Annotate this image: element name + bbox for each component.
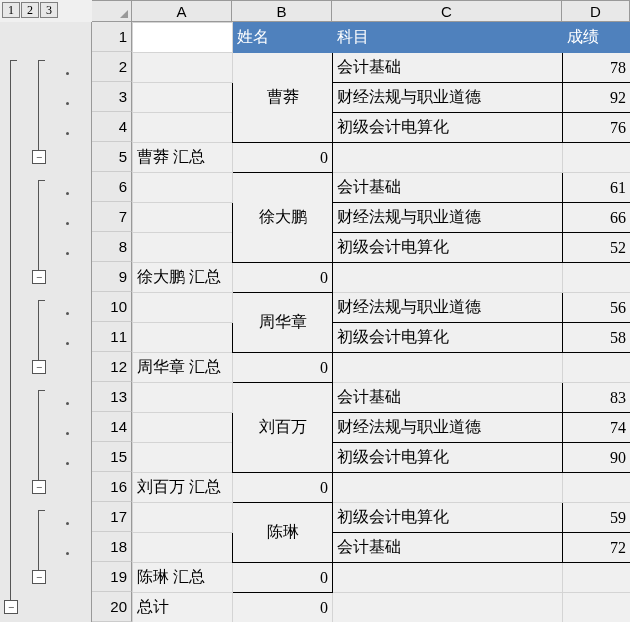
- subject-cell[interactable]: 财经法规与职业道德: [333, 293, 563, 323]
- row-header[interactable]: 11: [92, 322, 132, 352]
- row-header[interactable]: 19: [92, 562, 132, 592]
- subtotal-label[interactable]: 曹莽 汇总: [133, 143, 233, 173]
- subtotal-label[interactable]: 周华章 汇总: [133, 353, 233, 383]
- collapse-group-3[interactable]: −: [32, 360, 46, 374]
- cell[interactable]: [133, 173, 233, 203]
- row-header[interactable]: 5: [92, 142, 132, 172]
- subtotal-value[interactable]: 0: [233, 473, 333, 503]
- row-header[interactable]: 14: [92, 412, 132, 442]
- cell[interactable]: [133, 323, 233, 353]
- score-cell[interactable]: 56: [563, 293, 631, 323]
- subject-cell[interactable]: 初级会计电算化: [333, 503, 563, 533]
- cell[interactable]: [133, 83, 233, 113]
- col-header-a[interactable]: A: [132, 1, 232, 21]
- row-header[interactable]: 15: [92, 442, 132, 472]
- outline-level-1[interactable]: 1: [2, 2, 20, 18]
- subject-cell[interactable]: 会计基础: [333, 53, 563, 83]
- row-header[interactable]: 2: [92, 52, 132, 82]
- collapse-grand-total[interactable]: −: [4, 600, 18, 614]
- row-header[interactable]: 4: [92, 112, 132, 142]
- score-cell[interactable]: 52: [563, 233, 631, 263]
- subject-cell[interactable]: 初级会计电算化: [333, 443, 563, 473]
- header-name[interactable]: 姓名: [233, 23, 333, 53]
- score-cell[interactable]: 58: [563, 323, 631, 353]
- row-header[interactable]: 10: [92, 292, 132, 322]
- row-header[interactable]: 18: [92, 532, 132, 562]
- row-header[interactable]: 8: [92, 232, 132, 262]
- subtotal-label[interactable]: 徐大鹏 汇总: [133, 263, 233, 293]
- name-cell[interactable]: 徐大鹏: [233, 173, 333, 263]
- cell[interactable]: [563, 263, 631, 293]
- cell[interactable]: [133, 113, 233, 143]
- cell[interactable]: [133, 293, 233, 323]
- select-all-cell[interactable]: [92, 1, 132, 21]
- score-cell[interactable]: 66: [563, 203, 631, 233]
- row-header[interactable]: 12: [92, 352, 132, 382]
- cell[interactable]: [563, 473, 631, 503]
- score-cell[interactable]: 78: [563, 53, 631, 83]
- row-header[interactable]: 13: [92, 382, 132, 412]
- cell[interactable]: [563, 593, 631, 623]
- score-cell[interactable]: 72: [563, 533, 631, 563]
- subject-cell[interactable]: 初级会计电算化: [333, 233, 563, 263]
- subtotal-label[interactable]: 陈琳 汇总: [133, 563, 233, 593]
- grand-total-label[interactable]: 总计: [133, 593, 233, 623]
- cell[interactable]: [133, 443, 233, 473]
- score-cell[interactable]: 61: [563, 173, 631, 203]
- cell[interactable]: [133, 53, 233, 83]
- subtotal-value[interactable]: 0: [233, 143, 333, 173]
- score-cell[interactable]: 74: [563, 413, 631, 443]
- cell[interactable]: [133, 533, 233, 563]
- score-cell[interactable]: 90: [563, 443, 631, 473]
- cell[interactable]: [563, 353, 631, 383]
- subtotal-value[interactable]: 0: [233, 263, 333, 293]
- subject-cell[interactable]: 会计基础: [333, 533, 563, 563]
- cell[interactable]: [133, 413, 233, 443]
- name-cell[interactable]: 刘百万: [233, 383, 333, 473]
- name-cell[interactable]: 陈琳: [233, 503, 333, 563]
- cell[interactable]: [333, 353, 563, 383]
- subject-cell[interactable]: 财经法规与职业道德: [333, 83, 563, 113]
- cell[interactable]: [563, 563, 631, 593]
- collapse-group-1[interactable]: −: [32, 150, 46, 164]
- subject-cell[interactable]: 初级会计电算化: [333, 113, 563, 143]
- score-cell[interactable]: 76: [563, 113, 631, 143]
- subject-cell[interactable]: 会计基础: [333, 383, 563, 413]
- row-header[interactable]: 6: [92, 172, 132, 202]
- col-header-c[interactable]: C: [332, 1, 562, 21]
- cell[interactable]: [563, 143, 631, 173]
- cell[interactable]: [133, 233, 233, 263]
- header-subject[interactable]: 科目: [333, 23, 563, 53]
- grand-total-value[interactable]: 0: [233, 593, 333, 623]
- cell[interactable]: [333, 473, 563, 503]
- col-header-d[interactable]: D: [562, 1, 630, 21]
- outline-level-2[interactable]: 2: [21, 2, 39, 18]
- cell[interactable]: [333, 263, 563, 293]
- cell[interactable]: [333, 563, 563, 593]
- row-header[interactable]: 3: [92, 82, 132, 112]
- header-score[interactable]: 成绩: [563, 23, 631, 53]
- collapse-group-4[interactable]: −: [32, 480, 46, 494]
- subject-cell[interactable]: 会计基础: [333, 173, 563, 203]
- subject-cell[interactable]: 财经法规与职业道德: [333, 203, 563, 233]
- subject-cell[interactable]: 初级会计电算化: [333, 323, 563, 353]
- subtotal-value[interactable]: 0: [233, 563, 333, 593]
- row-header[interactable]: 7: [92, 202, 132, 232]
- cell[interactable]: [133, 203, 233, 233]
- row-header[interactable]: 17: [92, 502, 132, 532]
- name-cell[interactable]: 周华章: [233, 293, 333, 353]
- cell[interactable]: [133, 383, 233, 413]
- cell-grid[interactable]: 姓名 科目 成绩 曹莽 会计基础 78 财经法规与职业道德 92 初级会计电算化…: [132, 22, 630, 622]
- score-cell[interactable]: 83: [563, 383, 631, 413]
- subtotal-label[interactable]: 刘百万 汇总: [133, 473, 233, 503]
- row-header[interactable]: 20: [92, 592, 132, 622]
- cell[interactable]: [333, 143, 563, 173]
- subtotal-value[interactable]: 0: [233, 353, 333, 383]
- row-header[interactable]: 9: [92, 262, 132, 292]
- name-cell[interactable]: 曹莽: [233, 53, 333, 143]
- row-header[interactable]: 16: [92, 472, 132, 502]
- collapse-group-2[interactable]: −: [32, 270, 46, 284]
- score-cell[interactable]: 92: [563, 83, 631, 113]
- cell[interactable]: [133, 503, 233, 533]
- cell[interactable]: [333, 593, 563, 623]
